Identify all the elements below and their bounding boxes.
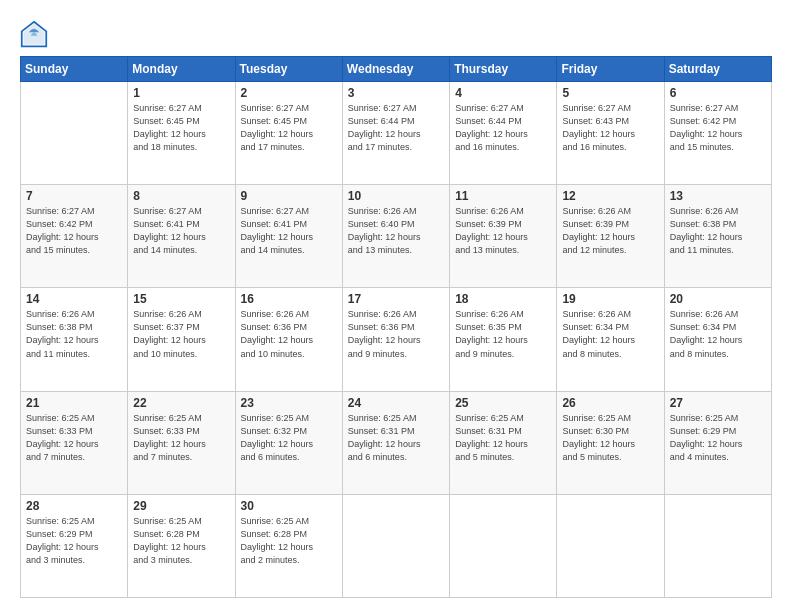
day-info: Sunrise: 6:27 AM Sunset: 6:45 PM Dayligh… xyxy=(133,102,229,154)
calendar-cell: 30Sunrise: 6:25 AM Sunset: 6:28 PM Dayli… xyxy=(235,494,342,597)
calendar-week-4: 21Sunrise: 6:25 AM Sunset: 6:33 PM Dayli… xyxy=(21,391,772,494)
calendar-cell: 26Sunrise: 6:25 AM Sunset: 6:30 PM Dayli… xyxy=(557,391,664,494)
day-info: Sunrise: 6:25 AM Sunset: 6:28 PM Dayligh… xyxy=(241,515,337,567)
calendar-cell: 14Sunrise: 6:26 AM Sunset: 6:38 PM Dayli… xyxy=(21,288,128,391)
day-number: 10 xyxy=(348,189,444,203)
calendar-cell xyxy=(342,494,449,597)
day-number: 24 xyxy=(348,396,444,410)
calendar-cell: 28Sunrise: 6:25 AM Sunset: 6:29 PM Dayli… xyxy=(21,494,128,597)
day-number: 4 xyxy=(455,86,551,100)
calendar-cell: 15Sunrise: 6:26 AM Sunset: 6:37 PM Dayli… xyxy=(128,288,235,391)
day-info: Sunrise: 6:25 AM Sunset: 6:33 PM Dayligh… xyxy=(26,412,122,464)
calendar-cell xyxy=(664,494,771,597)
calendar-cell: 24Sunrise: 6:25 AM Sunset: 6:31 PM Dayli… xyxy=(342,391,449,494)
day-header-saturday: Saturday xyxy=(664,57,771,82)
day-number: 13 xyxy=(670,189,766,203)
calendar-cell: 12Sunrise: 6:26 AM Sunset: 6:39 PM Dayli… xyxy=(557,185,664,288)
day-info: Sunrise: 6:26 AM Sunset: 6:35 PM Dayligh… xyxy=(455,308,551,360)
day-info: Sunrise: 6:26 AM Sunset: 6:34 PM Dayligh… xyxy=(562,308,658,360)
day-info: Sunrise: 6:26 AM Sunset: 6:39 PM Dayligh… xyxy=(562,205,658,257)
day-number: 16 xyxy=(241,292,337,306)
day-info: Sunrise: 6:27 AM Sunset: 6:41 PM Dayligh… xyxy=(241,205,337,257)
day-info: Sunrise: 6:26 AM Sunset: 6:39 PM Dayligh… xyxy=(455,205,551,257)
day-header-thursday: Thursday xyxy=(450,57,557,82)
calendar-cell: 1Sunrise: 6:27 AM Sunset: 6:45 PM Daylig… xyxy=(128,82,235,185)
calendar-cell: 3Sunrise: 6:27 AM Sunset: 6:44 PM Daylig… xyxy=(342,82,449,185)
day-header-friday: Friday xyxy=(557,57,664,82)
day-number: 29 xyxy=(133,499,229,513)
day-info: Sunrise: 6:25 AM Sunset: 6:32 PM Dayligh… xyxy=(241,412,337,464)
day-info: Sunrise: 6:27 AM Sunset: 6:44 PM Dayligh… xyxy=(348,102,444,154)
calendar-header: SundayMondayTuesdayWednesdayThursdayFrid… xyxy=(21,57,772,82)
calendar-cell: 9Sunrise: 6:27 AM Sunset: 6:41 PM Daylig… xyxy=(235,185,342,288)
calendar-cell: 19Sunrise: 6:26 AM Sunset: 6:34 PM Dayli… xyxy=(557,288,664,391)
calendar-week-2: 7Sunrise: 6:27 AM Sunset: 6:42 PM Daylig… xyxy=(21,185,772,288)
day-info: Sunrise: 6:27 AM Sunset: 6:42 PM Dayligh… xyxy=(670,102,766,154)
day-number: 22 xyxy=(133,396,229,410)
calendar-cell: 17Sunrise: 6:26 AM Sunset: 6:36 PM Dayli… xyxy=(342,288,449,391)
day-info: Sunrise: 6:25 AM Sunset: 6:31 PM Dayligh… xyxy=(348,412,444,464)
calendar-cell: 7Sunrise: 6:27 AM Sunset: 6:42 PM Daylig… xyxy=(21,185,128,288)
calendar-week-1: 1Sunrise: 6:27 AM Sunset: 6:45 PM Daylig… xyxy=(21,82,772,185)
calendar-cell: 20Sunrise: 6:26 AM Sunset: 6:34 PM Dayli… xyxy=(664,288,771,391)
logo-icon xyxy=(20,20,48,48)
calendar-cell: 16Sunrise: 6:26 AM Sunset: 6:36 PM Dayli… xyxy=(235,288,342,391)
calendar-week-3: 14Sunrise: 6:26 AM Sunset: 6:38 PM Dayli… xyxy=(21,288,772,391)
day-number: 18 xyxy=(455,292,551,306)
day-header-wednesday: Wednesday xyxy=(342,57,449,82)
day-info: Sunrise: 6:25 AM Sunset: 6:29 PM Dayligh… xyxy=(26,515,122,567)
day-number: 9 xyxy=(241,189,337,203)
calendar-cell: 10Sunrise: 6:26 AM Sunset: 6:40 PM Dayli… xyxy=(342,185,449,288)
calendar-cell: 5Sunrise: 6:27 AM Sunset: 6:43 PM Daylig… xyxy=(557,82,664,185)
day-number: 19 xyxy=(562,292,658,306)
day-header-monday: Monday xyxy=(128,57,235,82)
day-info: Sunrise: 6:25 AM Sunset: 6:33 PM Dayligh… xyxy=(133,412,229,464)
day-info: Sunrise: 6:25 AM Sunset: 6:28 PM Dayligh… xyxy=(133,515,229,567)
day-number: 17 xyxy=(348,292,444,306)
day-info: Sunrise: 6:25 AM Sunset: 6:31 PM Dayligh… xyxy=(455,412,551,464)
day-info: Sunrise: 6:26 AM Sunset: 6:36 PM Dayligh… xyxy=(241,308,337,360)
calendar-cell: 29Sunrise: 6:25 AM Sunset: 6:28 PM Dayli… xyxy=(128,494,235,597)
day-number: 7 xyxy=(26,189,122,203)
calendar-cell xyxy=(557,494,664,597)
day-number: 1 xyxy=(133,86,229,100)
day-number: 30 xyxy=(241,499,337,513)
header xyxy=(20,18,772,48)
calendar-table: SundayMondayTuesdayWednesdayThursdayFrid… xyxy=(20,56,772,598)
day-header-tuesday: Tuesday xyxy=(235,57,342,82)
day-number: 6 xyxy=(670,86,766,100)
day-number: 23 xyxy=(241,396,337,410)
day-number: 5 xyxy=(562,86,658,100)
day-number: 28 xyxy=(26,499,122,513)
calendar-cell: 2Sunrise: 6:27 AM Sunset: 6:45 PM Daylig… xyxy=(235,82,342,185)
day-number: 12 xyxy=(562,189,658,203)
day-number: 8 xyxy=(133,189,229,203)
calendar-cell: 27Sunrise: 6:25 AM Sunset: 6:29 PM Dayli… xyxy=(664,391,771,494)
header-row: SundayMondayTuesdayWednesdayThursdayFrid… xyxy=(21,57,772,82)
calendar-cell: 18Sunrise: 6:26 AM Sunset: 6:35 PM Dayli… xyxy=(450,288,557,391)
day-info: Sunrise: 6:26 AM Sunset: 6:38 PM Dayligh… xyxy=(26,308,122,360)
day-number: 26 xyxy=(562,396,658,410)
page: SundayMondayTuesdayWednesdayThursdayFrid… xyxy=(0,0,792,612)
day-number: 11 xyxy=(455,189,551,203)
day-info: Sunrise: 6:27 AM Sunset: 6:45 PM Dayligh… xyxy=(241,102,337,154)
day-number: 3 xyxy=(348,86,444,100)
calendar-cell xyxy=(21,82,128,185)
day-info: Sunrise: 6:27 AM Sunset: 6:42 PM Dayligh… xyxy=(26,205,122,257)
day-info: Sunrise: 6:27 AM Sunset: 6:43 PM Dayligh… xyxy=(562,102,658,154)
calendar-cell: 8Sunrise: 6:27 AM Sunset: 6:41 PM Daylig… xyxy=(128,185,235,288)
day-info: Sunrise: 6:26 AM Sunset: 6:34 PM Dayligh… xyxy=(670,308,766,360)
day-info: Sunrise: 6:27 AM Sunset: 6:44 PM Dayligh… xyxy=(455,102,551,154)
day-info: Sunrise: 6:27 AM Sunset: 6:41 PM Dayligh… xyxy=(133,205,229,257)
day-info: Sunrise: 6:26 AM Sunset: 6:40 PM Dayligh… xyxy=(348,205,444,257)
calendar-cell: 11Sunrise: 6:26 AM Sunset: 6:39 PM Dayli… xyxy=(450,185,557,288)
logo xyxy=(20,18,52,48)
day-number: 27 xyxy=(670,396,766,410)
day-number: 14 xyxy=(26,292,122,306)
calendar-cell: 22Sunrise: 6:25 AM Sunset: 6:33 PM Dayli… xyxy=(128,391,235,494)
day-number: 15 xyxy=(133,292,229,306)
calendar-cell: 21Sunrise: 6:25 AM Sunset: 6:33 PM Dayli… xyxy=(21,391,128,494)
day-number: 20 xyxy=(670,292,766,306)
day-header-sunday: Sunday xyxy=(21,57,128,82)
calendar-week-5: 28Sunrise: 6:25 AM Sunset: 6:29 PM Dayli… xyxy=(21,494,772,597)
